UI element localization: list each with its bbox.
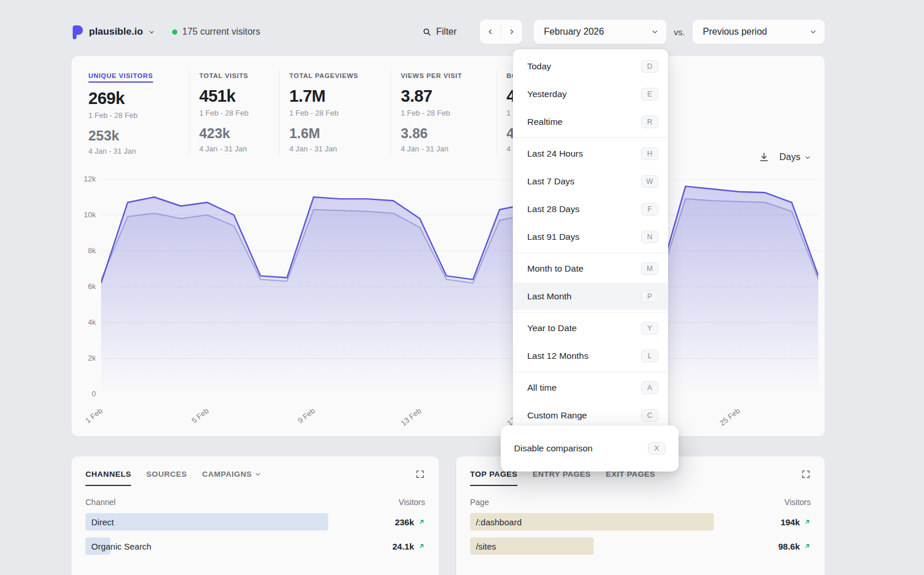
disable-comparison-item[interactable]: Disable comparison X xyxy=(514,436,665,461)
menu-item-last-month[interactable]: Last MonthP xyxy=(513,283,668,310)
x-axis-label: 9 Feb xyxy=(289,406,317,431)
tab-campaigns[interactable]: CAMPAIGNS xyxy=(202,470,261,478)
chevron-down-icon xyxy=(651,28,658,35)
tab-sources[interactable]: SOURCES xyxy=(146,470,187,478)
table-header: Channel Visitors xyxy=(85,498,425,507)
tab-channels[interactable]: CHANNELS xyxy=(85,470,131,478)
shortcut-badge: W xyxy=(641,175,658,188)
menu-item-last-12-months[interactable]: Last 12 MonthsL xyxy=(513,342,668,370)
shortcut-badge: Y xyxy=(641,322,658,335)
menu-divider xyxy=(513,253,668,253)
menu-item-year-to-date[interactable]: Year to DateY xyxy=(513,314,668,342)
expand-icon[interactable] xyxy=(801,469,811,479)
row-name[interactable]: Direct xyxy=(85,517,114,527)
disable-comparison-popover: Disable comparison X xyxy=(501,425,679,472)
stat-prev-range: 4 Jan - 31 Jan xyxy=(199,144,267,153)
stat-total-pageviews[interactable]: TOTAL PAGEVIEWS 1.7M 1 Feb - 28 Feb 1.6M… xyxy=(289,70,391,155)
channels-tabs: CHANNELS SOURCES CAMPAIGNS xyxy=(85,469,425,479)
stat-unique-visitors[interactable]: UNIQUE VISITORS 269k 1 Feb - 28 Feb 253k… xyxy=(88,70,189,155)
menu-item-last-24-hours[interactable]: Last 24 HoursH xyxy=(513,140,668,168)
search-icon xyxy=(423,28,431,36)
stat-value: 1.7M xyxy=(289,87,379,106)
comparison-select[interactable]: Previous period xyxy=(692,20,825,44)
stat-total-visits[interactable]: TOTAL VISITS 451k 1 Feb - 28 Feb 423k 4 … xyxy=(199,70,280,155)
analytics-card: UNIQUE VISITORS 269k 1 Feb - 28 Feb 253k… xyxy=(72,56,825,436)
y-axis-label: 10k xyxy=(73,210,96,219)
visitors-chart-svg xyxy=(101,179,818,394)
shortcut-badge: L xyxy=(641,350,658,362)
row-name[interactable]: /sites xyxy=(470,541,496,551)
visitors-chart[interactable] xyxy=(101,179,818,394)
date-range-value: February 2026 xyxy=(544,27,604,37)
stat-prev-value: 423k xyxy=(199,125,267,142)
menu-item-all-time[interactable]: All timeA xyxy=(513,374,668,402)
menu-item-realtime[interactable]: RealtimeR xyxy=(513,108,668,136)
trend-arrow-icon xyxy=(418,518,425,525)
table-row[interactable]: Organic Search 24.1k xyxy=(85,537,425,555)
row-name[interactable]: /:dashboard xyxy=(470,517,521,527)
chart-interval-controls: Days xyxy=(759,152,811,162)
stat-range: 1 Feb - 28 Feb xyxy=(88,111,177,120)
stat-views-per-visit[interactable]: VIEWS PER VISIT 3.87 1 Feb - 28 Feb 3.86… xyxy=(401,70,497,155)
stat-prev-value: 253k xyxy=(88,128,177,144)
dimension-header: Channel xyxy=(85,498,116,507)
stat-label: TOTAL VISITS xyxy=(199,72,248,79)
row-name[interactable]: Organic Search xyxy=(85,541,151,551)
row-visitor-count: 98.6k xyxy=(778,541,800,551)
table-header: Page Visitors xyxy=(470,498,811,507)
plausible-dashboard: plausible.io 175 current visitors Filter xyxy=(0,0,924,575)
table-row[interactable]: Direct 236k xyxy=(85,513,425,531)
y-axis-label: 4k xyxy=(73,318,96,327)
date-range-select[interactable]: February 2026 xyxy=(534,20,666,44)
table-row[interactable]: /sites 98.6k xyxy=(470,537,811,555)
current-visitors[interactable]: 175 current visitors xyxy=(172,27,260,37)
site-switcher[interactable]: plausible.io xyxy=(72,25,155,39)
stat-prev-value: 3.86 xyxy=(401,125,485,142)
shortcut-badge: X xyxy=(648,442,665,455)
stat-label: VIEWS PER VISIT xyxy=(401,72,462,79)
menu-item-today[interactable]: TodayD xyxy=(513,53,668,80)
row-value: 236k xyxy=(395,517,425,527)
row-visitor-count: 236k xyxy=(395,517,414,527)
disable-comparison-label: Disable comparison xyxy=(514,443,593,454)
metric-header: Visitors xyxy=(784,498,811,507)
trend-arrow-icon xyxy=(418,543,425,550)
row-visitor-count: 24.1k xyxy=(392,541,414,551)
menu-item-label: Last 28 Days xyxy=(527,204,579,214)
table-row[interactable]: /:dashboard 194k xyxy=(470,513,811,531)
expand-icon[interactable] xyxy=(415,469,425,479)
interval-select[interactable]: Days xyxy=(780,152,811,162)
menu-item-label: Last 91 Days xyxy=(527,232,579,242)
row-value: 98.6k xyxy=(778,541,811,551)
date-range-menu: TodayDYesterdayERealtimeRLast 24 HoursHL… xyxy=(513,49,668,433)
download-icon[interactable] xyxy=(759,152,769,162)
plausible-logo xyxy=(72,25,84,39)
menu-item-last-91-days[interactable]: Last 91 DaysN xyxy=(513,223,668,251)
comparison-value: Previous period xyxy=(703,27,767,37)
y-axis-label: 12k xyxy=(73,175,96,183)
menu-item-yesterday[interactable]: YesterdayE xyxy=(513,80,668,108)
menu-item-label: All time xyxy=(527,383,557,393)
menu-item-last-7-days[interactable]: Last 7 DaysW xyxy=(513,168,668,195)
menu-divider xyxy=(513,138,668,138)
stat-label: UNIQUE VISITORS xyxy=(88,72,153,83)
menu-item-month-to-date[interactable]: Month to DateM xyxy=(513,255,668,283)
chevron-down-icon xyxy=(148,29,155,35)
prev-period-button[interactable] xyxy=(480,20,501,44)
x-axis-label: 1 Feb xyxy=(76,406,105,431)
trend-arrow-icon xyxy=(804,543,811,550)
chevron-down-icon xyxy=(804,154,811,161)
topbar-right: Filter February 2026 vs. Previous period xyxy=(423,20,825,44)
row-bar xyxy=(85,513,328,531)
topbar-left: plausible.io 175 current visitors xyxy=(72,25,260,39)
interval-value: Days xyxy=(780,152,800,162)
metric-header: Visitors xyxy=(398,498,425,507)
tab-label: CAMPAIGNS xyxy=(202,470,252,478)
menu-item-last-28-days[interactable]: Last 28 DaysF xyxy=(513,195,668,223)
next-period-button[interactable] xyxy=(501,20,522,44)
stat-prev-value: 1.6M xyxy=(289,125,379,142)
x-axis-label: 25 Feb xyxy=(714,406,742,431)
filter-button[interactable]: Filter xyxy=(423,27,457,37)
shortcut-badge: N xyxy=(641,231,658,243)
current-visitors-label: 175 current visitors xyxy=(182,27,260,37)
